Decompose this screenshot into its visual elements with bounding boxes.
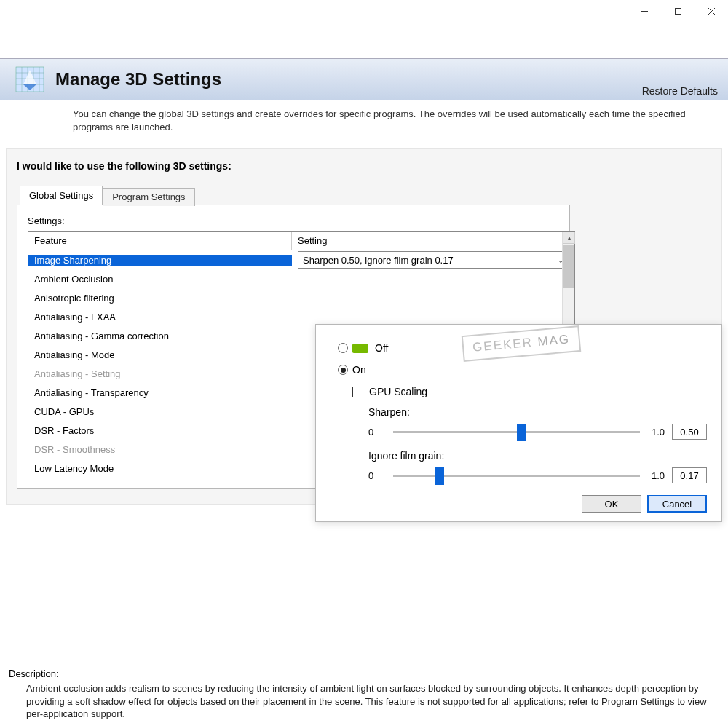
setting-cell[interactable]: Sharpen 0.50, ignore film grain 0.17⌄ (292, 251, 574, 269)
radio-off-row[interactable]: Off (338, 342, 707, 354)
feature-cell: Image Sharpening (28, 255, 292, 266)
settings-label: Settings: (28, 215, 559, 226)
column-setting[interactable]: Setting (292, 232, 574, 250)
sharpen-min: 0 (368, 427, 386, 438)
close-button[interactable] (695, 0, 728, 22)
minimize-button[interactable] (628, 0, 661, 22)
description-section: Description: Ambient occlusion adds real… (9, 668, 719, 721)
panel-title: I would like to use the following 3D set… (17, 160, 711, 172)
radio-on-label: On (352, 364, 366, 376)
table-row[interactable]: Image SharpeningSharpen 0.50, ignore fil… (28, 250, 574, 269)
page-title: Manage 3D Settings (55, 69, 221, 90)
grain-label: Ignore film grain: (368, 450, 707, 462)
table-row[interactable]: Ambient Occlusion (28, 269, 574, 288)
feature-cell: Antialiasing - Setting (28, 368, 292, 379)
intro-text: You can change the global 3D settings an… (0, 100, 728, 143)
feature-cell: CUDA - GPUs (28, 406, 292, 417)
cancel-button[interactable]: Cancel (647, 495, 707, 513)
feature-cell: Antialiasing - Transparency (28, 387, 292, 398)
settings-3d-icon (13, 63, 47, 96)
tab-program-settings[interactable]: Program Settings (103, 188, 194, 206)
sharpen-slider[interactable] (393, 431, 640, 433)
maximize-button[interactable] (661, 0, 695, 22)
setting-dropdown[interactable]: Sharpen 0.50, ignore film grain 0.17⌄ (298, 251, 569, 269)
scroll-up-button[interactable]: ▴ (563, 232, 575, 244)
grain-slider[interactable] (393, 475, 640, 477)
nvidia-toggle-icon (352, 344, 368, 353)
grain-value[interactable]: 0.17 (672, 467, 707, 483)
description-text: Ambient occlusion adds realism to scenes… (9, 682, 719, 721)
settings-tabs: Global Settings Program Settings (20, 185, 711, 205)
svg-rect-1 (675, 8, 681, 14)
scroll-thumb[interactable] (563, 245, 574, 288)
description-label: Description: (9, 668, 719, 679)
popup-buttons: OK Cancel (338, 495, 707, 513)
column-feature[interactable]: Feature (28, 232, 292, 250)
grain-slider-group: Ignore film grain: 0 1.0 0.17 (368, 450, 707, 483)
restore-defaults-link[interactable]: Restore Defaults (642, 85, 718, 97)
feature-cell: Low Latency Mode (28, 463, 292, 474)
feature-cell: Ambient Occlusion (28, 274, 292, 285)
feature-cell: Antialiasing - Gamma correction (28, 331, 292, 341)
radio-off-label: Off (375, 342, 388, 354)
feature-cell: DSR - Smoothness (28, 444, 292, 455)
radio-on[interactable] (338, 365, 348, 375)
sharpen-max: 1.0 (647, 427, 665, 438)
sharpen-value[interactable]: 0.50 (672, 424, 707, 440)
gpu-scaling-checkbox[interactable] (352, 387, 363, 397)
gpu-scaling-row[interactable]: GPU Scaling (352, 386, 707, 397)
grain-thumb[interactable] (435, 467, 444, 485)
grain-max: 1.0 (647, 470, 665, 481)
feature-cell: Anisotropic filtering (28, 293, 292, 304)
page-header: Manage 3D Settings Restore Defaults (0, 58, 728, 100)
table-header: Feature Setting (28, 232, 574, 250)
sharpen-thumb[interactable] (517, 424, 526, 441)
window-titlebar (0, 0, 728, 22)
radio-off[interactable] (338, 343, 348, 353)
grain-min: 0 (368, 470, 386, 481)
feature-cell: Antialiasing - FXAA (28, 312, 292, 323)
feature-cell: Antialiasing - Mode (28, 349, 292, 360)
gpu-scaling-label: GPU Scaling (369, 386, 427, 397)
sharpen-slider-group: Sharpen: 0 1.0 0.50 (368, 406, 707, 440)
tab-global-settings[interactable]: Global Settings (20, 186, 103, 205)
feature-cell: DSR - Factors (28, 425, 292, 436)
table-row[interactable]: Anisotropic filtering (28, 288, 574, 307)
image-sharpening-popup: Off On GPU Scaling Sharpen: 0 1.0 0.50 I… (315, 324, 722, 522)
radio-on-row[interactable]: On (338, 364, 707, 376)
ok-button[interactable]: OK (582, 495, 641, 513)
sharpen-label: Sharpen: (368, 406, 707, 418)
